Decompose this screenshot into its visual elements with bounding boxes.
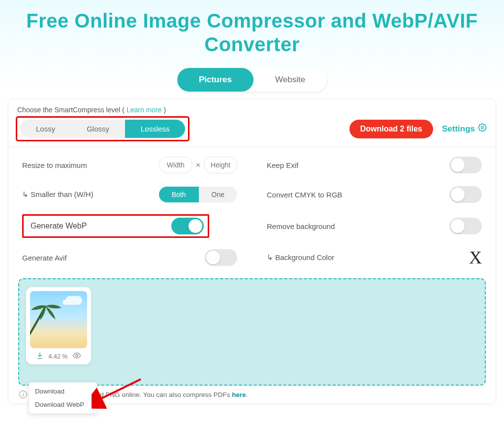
footer-dot: . <box>246 391 248 398</box>
resize-label: Resize to maximum <box>22 161 87 169</box>
compress-level-text: Choose the SmartCompress level ( <box>17 106 125 114</box>
separator <box>8 147 496 147</box>
dimension-separator: ✕ <box>195 162 201 169</box>
settings-toggle[interactable]: Settings <box>442 123 487 134</box>
thumbnail-meta: 4.42 % <box>36 351 82 361</box>
download-menu: Download Download WebP <box>29 382 97 414</box>
download-icon[interactable] <box>36 352 44 361</box>
compression-percent: 4.42 % <box>49 353 68 360</box>
resize-row: Resize to maximum ✕ <box>22 155 237 175</box>
generate-webp-toggle[interactable] <box>171 218 204 234</box>
smaller-one-button[interactable]: One <box>199 187 237 202</box>
header-actions: Download 2 files Settings <box>349 120 487 138</box>
cloud-decoration <box>65 296 82 305</box>
footer-pdf-link[interactable]: here <box>232 391 246 398</box>
compress-level-text-end: ) <box>163 106 166 114</box>
palm-decoration <box>30 303 65 337</box>
menu-download-webp[interactable]: Download WebP <box>29 398 97 411</box>
convert-cmyk-label: Convert CMYK to RGB <box>267 191 342 199</box>
info-icon: i <box>19 391 27 398</box>
keep-exif-toggle[interactable] <box>449 157 482 173</box>
remove-bg-row: Remove background <box>267 214 482 238</box>
preview-icon[interactable] <box>72 351 81 361</box>
settings-label: Settings <box>442 124 475 134</box>
settings-panel: Resize to maximum ✕ Keep Exif ↳ Smaller … <box>17 152 487 274</box>
bg-color-label: ↳ Background Color <box>267 253 334 262</box>
gear-icon <box>478 123 487 134</box>
mode-switch: Pictures Website <box>177 68 327 92</box>
mode-pictures-button[interactable]: Pictures <box>177 68 253 92</box>
compression-level-group: Lossy Glossy Lossless <box>20 120 185 138</box>
smaller-than-label: ↳ Smaller than (W/H) <box>22 190 94 199</box>
compress-level-prompt: Choose the SmartCompress level ( Learn m… <box>17 106 487 114</box>
generate-avif-row: Generate Avif <box>22 248 237 267</box>
learn-more-link[interactable]: Learn more <box>126 106 162 114</box>
menu-download[interactable]: Download <box>29 385 97 398</box>
svg-point-1 <box>76 355 78 357</box>
level-lossy-button[interactable]: Lossy <box>20 120 71 138</box>
generate-avif-label: Generate Avif <box>22 254 67 262</box>
width-input[interactable] <box>159 157 192 173</box>
svg-point-0 <box>481 127 484 129</box>
thumbnail-image[interactable] <box>30 291 87 348</box>
bg-color-none-icon[interactable]: X <box>469 249 482 266</box>
smaller-than-group: Both One <box>159 187 237 202</box>
convert-cmyk-toggle[interactable] <box>449 186 482 203</box>
highlight-generate-webp: Generate WebP <box>22 214 209 238</box>
remove-bg-label: Remove background <box>267 222 335 230</box>
level-glossy-button[interactable]: Glossy <box>71 120 125 138</box>
generate-webp-label: Generate WebP <box>31 222 87 230</box>
page-title: Free Online Image Compressor and WebP/AV… <box>0 0 504 58</box>
keep-exif-label: Keep Exif <box>267 161 298 169</box>
highlight-compression-level: Lossy Glossy Lossless <box>17 118 188 140</box>
convert-cmyk-row: Convert CMYK to RGB <box>267 185 482 204</box>
keep-exif-row: Keep Exif <box>267 155 482 175</box>
download-all-button[interactable]: Download 2 files <box>349 120 433 138</box>
generate-avif-toggle[interactable] <box>205 249 237 266</box>
main-card: Choose the SmartCompress level ( Learn m… <box>8 98 496 404</box>
results-drop-area[interactable]: 4.42 % <box>18 278 486 386</box>
mode-website-button[interactable]: Website <box>253 68 327 92</box>
remove-bg-toggle[interactable] <box>449 218 482 234</box>
result-thumbnail: 4.42 % <box>26 287 91 364</box>
smaller-than-row: ↳ Smaller than (W/H) Both One <box>22 185 237 204</box>
level-lossless-button[interactable]: Lossless <box>125 120 185 138</box>
bg-color-row: ↳ Background Color X <box>267 248 482 267</box>
smaller-both-button[interactable]: Both <box>159 187 199 202</box>
height-input[interactable] <box>204 157 237 173</box>
